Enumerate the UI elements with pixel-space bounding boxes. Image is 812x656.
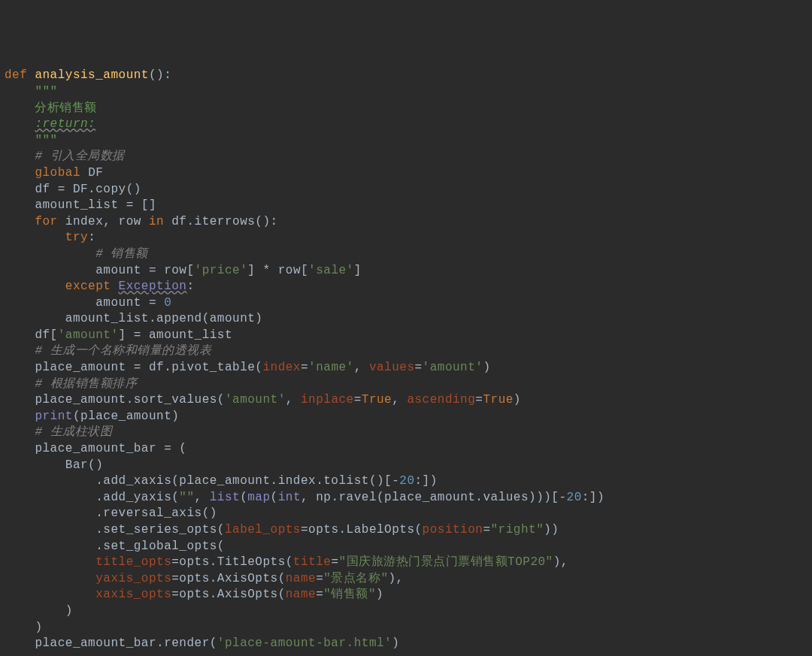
token: for bbox=[35, 215, 65, 228]
token: values bbox=[369, 361, 415, 374]
token: int bbox=[278, 491, 301, 504]
token: in bbox=[149, 215, 171, 228]
token: place_amount.sort_values( bbox=[35, 393, 225, 407]
token: place_amount_bar.render( bbox=[35, 636, 217, 650]
code-line: # 销售额 bbox=[5, 246, 812, 263]
token: .add_xaxis(place_amount.index.tolist()[- bbox=[95, 474, 399, 488]
token: 'place-amount-bar.html' bbox=[217, 636, 392, 650]
token: :return: bbox=[35, 117, 95, 131]
code-line: for index, row in df.iterrows(): bbox=[5, 214, 812, 231]
code-line: amount = 0 bbox=[5, 295, 812, 312]
token: # 生成柱状图 bbox=[35, 425, 112, 439]
token: name bbox=[286, 572, 316, 585]
token: = bbox=[316, 588, 323, 601]
token: , bbox=[195, 491, 210, 504]
token: try bbox=[65, 231, 88, 244]
token: yaxis_opts bbox=[95, 572, 171, 585]
token: : bbox=[88, 231, 95, 244]
token: ( bbox=[240, 491, 247, 504]
token: row bbox=[119, 215, 149, 228]
token: "right" bbox=[491, 523, 544, 537]
token: print bbox=[35, 410, 73, 423]
token: Exception bbox=[119, 280, 187, 293]
token: xaxis_opts bbox=[95, 588, 171, 601]
code-block: def analysis_amount(): """ 分析销售额 :return… bbox=[0, 65, 812, 651]
code-line: .add_yaxis("", list(map(int, np.ravel(pl… bbox=[5, 490, 812, 506]
token: =opts.LabelOpts( bbox=[301, 523, 423, 537]
code-line: def analysis_amount(): bbox=[5, 68, 812, 84]
code-line: # 生成柱状图 bbox=[5, 425, 812, 441]
code-line: df['amount'] = amount_list bbox=[5, 328, 812, 344]
token: = bbox=[415, 361, 423, 374]
token: 'sale' bbox=[308, 264, 354, 277]
token: Bar() bbox=[65, 458, 104, 472]
code-line: amount_list.append(amount) bbox=[5, 311, 812, 328]
token: 'name' bbox=[308, 361, 354, 374]
token: df = DF.copy() bbox=[35, 183, 141, 196]
code-line: place_amount_bar.render('place-amount-ba… bbox=[5, 636, 812, 652]
token: 'amount' bbox=[225, 393, 286, 407]
token: (): bbox=[149, 68, 171, 82]
token: ] bbox=[354, 264, 362, 277]
code-line: """ bbox=[5, 133, 812, 150]
code-line: print(place_amount) bbox=[5, 409, 812, 425]
token: # 引入全局数据 bbox=[35, 150, 124, 163]
token: .reversal_axis() bbox=[95, 506, 217, 520]
token: = bbox=[483, 523, 490, 537]
token: ), bbox=[388, 572, 403, 585]
token: np.ravel(place_amount.values)))[- bbox=[316, 491, 566, 504]
token: ] * row[ bbox=[247, 264, 308, 277]
token: : bbox=[186, 280, 194, 293]
token: True bbox=[483, 393, 513, 407]
token: amount = bbox=[95, 296, 164, 310]
code-line: :return: bbox=[5, 116, 812, 133]
token: position bbox=[423, 523, 483, 537]
token: analysis_amount bbox=[35, 68, 149, 82]
code-line: .set_series_opts(label_opts=opts.LabelOp… bbox=[5, 522, 812, 539]
token: =opts.AxisOpts( bbox=[171, 572, 286, 585]
token: list bbox=[210, 491, 240, 504]
token: index bbox=[262, 361, 301, 374]
token: except bbox=[65, 280, 119, 293]
token: =opts.TitleOpts( bbox=[171, 555, 293, 569]
token: 'amount' bbox=[58, 328, 119, 342]
token: place_amount_bar = ( bbox=[35, 442, 186, 455]
token: .set_global_opts( bbox=[95, 540, 225, 553]
token: df.iterrows(): bbox=[171, 215, 277, 228]
code-line: Bar() bbox=[5, 458, 812, 474]
token: = bbox=[331, 555, 338, 569]
code-line: ) bbox=[5, 620, 812, 636]
token: index bbox=[65, 215, 104, 228]
token: :]) bbox=[414, 474, 437, 488]
code-line: amount_list = [] bbox=[5, 198, 812, 214]
token: 20 bbox=[399, 474, 414, 488]
code-line: df = DF.copy() bbox=[5, 182, 812, 198]
token: DF bbox=[88, 166, 103, 180]
token: place_amount = df.pivot_table( bbox=[35, 361, 262, 374]
token: "" bbox=[179, 491, 194, 504]
token: ) bbox=[483, 361, 490, 374]
token: title bbox=[293, 555, 332, 569]
token: , bbox=[392, 393, 407, 407]
token: True bbox=[362, 393, 392, 407]
token: amount_list.append(amount) bbox=[65, 312, 263, 325]
code-line: global DF bbox=[5, 165, 812, 182]
token: ) bbox=[65, 604, 73, 618]
token: name bbox=[286, 588, 316, 601]
token: 20 bbox=[567, 491, 582, 504]
code-line: .add_xaxis(place_amount.index.tolist()[-… bbox=[5, 473, 812, 490]
code-line: place_amount.sort_values('amount', inpla… bbox=[5, 392, 812, 409]
code-line: # 生成一个名称和销量的透视表 bbox=[5, 343, 812, 360]
token: = bbox=[316, 572, 323, 585]
token: = bbox=[475, 393, 483, 407]
token: .add_yaxis( bbox=[95, 491, 179, 504]
token: amount = row[ bbox=[95, 264, 194, 277]
token: def bbox=[5, 68, 35, 82]
token: ) bbox=[514, 393, 521, 407]
token: title_opts bbox=[95, 555, 171, 569]
code-line: yaxis_opts=opts.AxisOpts(name="景点名称"), bbox=[5, 571, 812, 588]
code-line: .set_global_opts( bbox=[5, 539, 812, 555]
token: ( bbox=[271, 491, 278, 504]
code-line: title_opts=opts.TitleOpts(title="国庆旅游热门景… bbox=[5, 555, 812, 571]
token: =opts.AxisOpts( bbox=[171, 588, 286, 601]
